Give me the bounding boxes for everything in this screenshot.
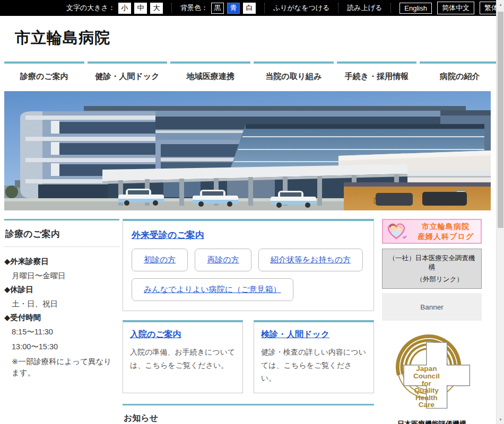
- outpatient-guide-link[interactable]: 外来受診のご案内: [132, 229, 204, 241]
- right-sidebar: 市立輪島病院 産婦人科ブログ （一社）日本医療安全調査機構 （外部リンク） Ba…: [382, 219, 482, 424]
- banner-placeholder[interactable]: Banner: [382, 293, 482, 321]
- nav-tab-about[interactable]: 病院の紹介: [420, 61, 500, 89]
- scroll-up-arrow-icon[interactable]: ▲: [497, 0, 504, 9]
- hero-wood-panel: ひまわり: [344, 182, 491, 210]
- jcqhc-certification: Japan Council for Quality Health Care 日本…: [382, 326, 482, 424]
- scroll-down-arrow-icon[interactable]: ▼: [497, 415, 504, 424]
- font-size-label: 文字の大きさ：: [66, 3, 115, 13]
- toolbar-divider: [338, 3, 338, 13]
- first-visit-button[interactable]: 初診の方: [132, 249, 188, 271]
- blog-banner-text: 市立輪島病院 産婦人科ブログ: [411, 222, 481, 241]
- blog-banner-line1: 市立輪島病院: [422, 222, 470, 231]
- checkup-link[interactable]: 検診・人間ドック: [261, 329, 329, 340]
- nav-tab-procedures[interactable]: 手続き・採用情報: [337, 61, 417, 89]
- obstetrics-blog-banner[interactable]: 市立輪島病院 産婦人科ブログ: [382, 219, 482, 244]
- bg-color-group: 背景色： 黒 青 白: [180, 3, 256, 14]
- jcqhc-word-care: Care: [418, 401, 435, 409]
- content-area: 診療のご案内 ◆外来診察日 月曜日〜金曜日 ◆休診日 土・日、祝日 ◆受付時間 …: [4, 219, 482, 424]
- font-size-large-button[interactable]: 大: [150, 3, 163, 14]
- font-size-group: 文字の大きさ： 小 中 大: [66, 3, 163, 14]
- main-nav: 診療のご案内 健診・人間ドック 地域医療連携 当院の取り組み 手続き・採用情報 …: [4, 61, 500, 89]
- read-aloud-link[interactable]: 読み上げる: [347, 3, 382, 13]
- hero-illustration: W: [4, 91, 491, 210]
- referral-letter-button[interactable]: 紹介状等をお持ちの方: [258, 249, 363, 271]
- bg-black-button[interactable]: 黒: [211, 3, 224, 14]
- first-visit-label: 初診の方: [144, 255, 176, 264]
- font-size-small-button[interactable]: 小: [118, 3, 131, 14]
- nav-tab-medical-guide[interactable]: 診療のご案内: [4, 61, 84, 89]
- outpatient-days-label: ◆外来診察日: [4, 257, 119, 267]
- nav-tab-checkup[interactable]: 健診・人間ドック: [88, 61, 168, 89]
- closed-days-label: ◆休診日: [4, 285, 119, 295]
- nav-tab-initiatives[interactable]: 当院の取り組み: [254, 61, 334, 89]
- site-title: 市立輪島病院: [0, 16, 504, 49]
- reception-hours-note: ※一部診療科によって異なります。: [4, 356, 119, 378]
- outpatient-days-value: 月曜日〜金曜日: [4, 270, 119, 281]
- reception-hours-pm: 13:00〜15:30: [4, 341, 119, 352]
- safety-banner-line2: （外部リンク）: [387, 275, 477, 284]
- news-title: お知らせ: [123, 405, 374, 424]
- lang-simplified-chinese-button[interactable]: 简体中文: [437, 2, 474, 14]
- mother-baby-heart-icon: [383, 222, 411, 241]
- toolbar-divider: [264, 3, 265, 13]
- checkup-card: 検診・人間ドック 健診・検査の詳しい内容については、こちらをご覧ください。: [254, 320, 374, 393]
- bg-white-button[interactable]: 白: [243, 3, 256, 14]
- page: 文字の大きさ： 小 中 大 背景色： 黒 青 白 ふりがなをつける 読み上げる …: [0, 0, 504, 424]
- info-cards: 入院のご案内 入院の準備、お手続きについては、こちらをご覧ください。 検診・人間…: [123, 320, 374, 393]
- toolbar-divider: [171, 3, 172, 13]
- lang-english-button[interactable]: English: [399, 3, 432, 14]
- outpatient-guide-box: 外来受診のご案内 初診の方 再診の方 紹介状等をお持ちの方 みんなでよりよい病院…: [123, 219, 374, 311]
- blog-banner-line2: 産婦人科ブログ: [418, 232, 474, 241]
- reception-hours-label: ◆受付時間: [4, 313, 119, 323]
- hospitalization-text: 入院の準備、お手続きについては、こちらをご覧ください。: [130, 346, 236, 372]
- medical-safety-banner[interactable]: （一社）日本医療安全調査機構 （外部リンク）: [382, 249, 482, 289]
- safety-banner-line1: （一社）日本医療安全調査機構: [387, 254, 477, 272]
- return-visit-label: 再診の方: [207, 255, 239, 264]
- nav-tab-regional[interactable]: 地域医療連携: [170, 61, 250, 89]
- suggestion-box-button[interactable]: みんなでよりよい病院に（ご意見箱）: [132, 278, 293, 301]
- news-section: お知らせ 面会禁止のお知らせ （2023年03月23日）: [123, 404, 374, 424]
- hospitalization-link[interactable]: 入院のご案内: [130, 329, 181, 340]
- bg-color-label: 背景色：: [180, 3, 208, 13]
- jcqhc-logo: Japan Council for Quality Health Care: [388, 326, 476, 416]
- vertical-scrollbar[interactable]: ▲ ▼: [496, 0, 504, 424]
- font-size-medium-button[interactable]: 中: [134, 3, 147, 14]
- sidebar-title: 診療のご案内: [4, 220, 119, 246]
- reception-hours-am: 8:15〜11:30: [4, 326, 119, 338]
- furigana-link[interactable]: ふりがなをつける: [273, 3, 329, 13]
- toolbar-divider: [390, 3, 391, 13]
- scrollbar-thumb[interactable]: [498, 12, 503, 228]
- sidebar-medical-guide: 診療のご案内 ◆外来診察日 月曜日〜金曜日 ◆休診日 土・日、祝日 ◆受付時間 …: [4, 219, 119, 378]
- checkup-text: 健診・検査の詳しい内容については、こちらをご覧ください。: [261, 346, 367, 385]
- referral-letter-label: 紹介状等をお持ちの方: [271, 255, 351, 264]
- closed-days-value: 土・日、祝日: [4, 298, 119, 310]
- accessibility-toolbar: 文字の大きさ： 小 中 大 背景色： 黒 青 白 ふりがなをつける 読み上げる …: [0, 0, 496, 16]
- hero-image: W: [4, 91, 491, 210]
- main-column: 外来受診のご案内 初診の方 再診の方 紹介状等をお持ちの方 みんなでよりよい病院…: [123, 219, 374, 424]
- hospitalization-card: 入院のご案内 入院の準備、お手続きについては、こちらをご覧ください。: [123, 320, 243, 393]
- jcqhc-org-name: 日本医療機能評価機構: [382, 419, 482, 424]
- return-visit-button[interactable]: 再診の方: [195, 249, 251, 271]
- bg-blue-button[interactable]: 青: [227, 3, 240, 14]
- suggestion-box-label: みんなでよりよい病院に（ご意見箱）: [144, 285, 281, 294]
